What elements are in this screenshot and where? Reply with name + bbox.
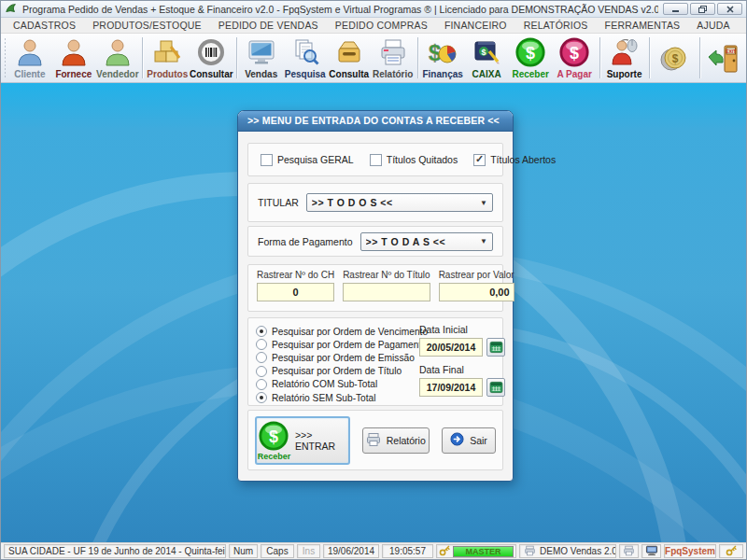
radio-label: Pesquisar por Ordem de Título [272, 366, 402, 376]
toolbar-button-produtos[interactable]: Produtos [146, 35, 190, 81]
radio-label: Pesquisar por Ordem de Pagamento [272, 340, 427, 350]
toolbar-button-fornece[interactable]: Fornece [51, 35, 95, 81]
toolbar-label: A Pagar [557, 69, 591, 79]
entrar-button[interactable]: $ Receber >>> ENTRAR [255, 416, 350, 465]
rastrear-ch-input[interactable] [257, 283, 334, 301]
sair-button[interactable]: Sair [442, 427, 496, 454]
entrar-button-label: >>> ENTRAR [295, 429, 348, 452]
menu-ferramentas[interactable]: FERRAMENTAS [597, 20, 689, 31]
toolbar-label: Pesquisa [285, 69, 326, 79]
titular-dropdown-value: >> T O D O S << [312, 197, 480, 208]
rastrear-titulo-label: Rastrear Nº do Título [343, 270, 430, 280]
titular-dropdown[interactable]: >> T O D O S << ▼ [306, 193, 493, 212]
checkbox-box[interactable] [370, 154, 382, 166]
radio-dot[interactable] [256, 326, 267, 337]
data-inicial-calendar-button[interactable] [486, 338, 505, 357]
data-inicial-input[interactable] [419, 338, 483, 357]
toolbar-label: Consultar [190, 69, 233, 79]
contas-a-receber-dialog: >> MENU DE ENTRADA DO CONTAS A RECEBER <… [237, 110, 514, 482]
radio-dot[interactable] [256, 392, 267, 403]
relatorio-button-label: Relatório [387, 435, 426, 446]
toolbar-grip [5, 38, 6, 77]
data-inicial-label: Data Inicial [419, 324, 505, 335]
menu-ajuda[interactable]: AJUDA [688, 20, 738, 31]
toolbar-label: Receber [512, 69, 548, 79]
toolbar-label: Finanças [422, 69, 462, 79]
checkbox-pesquisa-geral[interactable]: Pesquisa GERAL [261, 154, 354, 166]
status-capslock: Caps [261, 544, 294, 558]
entrar-icon-caption: Receber [258, 452, 291, 461]
radio-label: Relatório SEM Sub-Total [272, 393, 376, 403]
toolbar-button-coin[interactable]: $ [653, 35, 697, 81]
pay-dollar-icon: $ [558, 35, 590, 69]
toolbar-button-receber[interactable]: $ Receber [509, 35, 553, 81]
menu-cadastros[interactable]: CADASTROS [5, 20, 84, 31]
radio-dot[interactable] [256, 379, 267, 390]
menu-financeiro[interactable]: FINANCEIRO [436, 20, 515, 31]
status-printer-button[interactable] [619, 544, 639, 558]
checkbox-box[interactable] [473, 154, 486, 166]
checkbox-box[interactable] [261, 154, 273, 166]
restore-button[interactable] [690, 3, 715, 15]
data-final-label: Data Final [419, 364, 505, 375]
toolbar-button-consulta[interactable]: Consulta [327, 35, 371, 81]
toolbar-label: Consulta [329, 69, 369, 79]
receive-dollar-icon: $ [514, 35, 546, 69]
status-time: 19:05:57 [382, 544, 433, 558]
menu-pedido-de-vendas[interactable]: PEDIDO DE VENDAS [210, 20, 327, 31]
radio-dot[interactable] [256, 352, 267, 363]
checkbox-label: Títulos Quitados [387, 154, 458, 165]
status-user-level: MASTER [436, 544, 516, 558]
seller-person-icon [103, 35, 133, 69]
rastrear-panel: Rastrear Nº do CH Rastrear Nº do Título … [247, 264, 503, 312]
status-brand: FpqSystem [664, 544, 716, 558]
window-titlebar: Programa Pedido de Vendas + Estoque & Fi… [1, 1, 746, 18]
products-boxes-icon [152, 35, 182, 69]
rastrear-titulo-input[interactable] [343, 283, 430, 301]
toolbar-button-financas[interactable]: $ Finanças [421, 35, 465, 81]
toolbar-button-consultar[interactable]: Consultar [190, 35, 233, 81]
toolbar-label: Relatório [373, 69, 413, 79]
toolbar-button-relatorio[interactable]: Relatório [371, 35, 415, 81]
data-final-input[interactable] [419, 378, 483, 397]
forma-pagamento-label: Forma de Pagamento [258, 236, 353, 247]
dialog-title: >> MENU DE ENTRADA DO CONTAS A RECEBER <… [238, 111, 513, 132]
menu-produtos-estoque[interactable]: PRODUTOS/ESTOQUE [84, 20, 210, 31]
toolbar-button-pesquisa[interactable]: Pesquisa [283, 35, 327, 81]
toolbar-button-suporte[interactable]: Suporte [602, 35, 646, 81]
finance-pie-icon: $ [428, 35, 458, 69]
order-and-dates-panel: Pesquisar por Ordem de Vencimento Pesqui… [247, 317, 503, 406]
monitor-icon [247, 35, 276, 69]
checkbox-titulos-abertos[interactable]: Títulos Abertos [473, 154, 556, 166]
toolbar-button-cliente[interactable]: Cliente [7, 35, 51, 81]
rastrear-ch-label: Rastrear Nº do CH [257, 270, 334, 280]
toolbar-label: Vendedor [96, 69, 139, 79]
application-window: Programa Pedido de Vendas + Estoque & Fi… [0, 0, 747, 560]
toolbar: Cliente Fornece Vendedor Produtos Con [1, 34, 746, 83]
toolbar-button-a-pagar[interactable]: $ A Pagar [553, 35, 597, 81]
close-button[interactable] [717, 3, 742, 15]
status-security-button[interactable] [719, 544, 743, 558]
rastrear-valor-input[interactable] [439, 283, 514, 301]
radio-dot[interactable] [256, 339, 267, 350]
toolbar-button-vendedor[interactable]: Vendedor [95, 35, 139, 81]
titular-panel: TITULAR >> T O D O S << ▼ [247, 183, 503, 222]
rastrear-valor-label: Rastrear por Valor [439, 270, 514, 280]
toolbar-button-exit[interactable]: EXIT [702, 35, 746, 81]
status-numlock: Num [229, 544, 258, 558]
dialog-buttons-panel: $ Receber >>> ENTRAR Relatório [247, 410, 503, 470]
chevron-down-icon: ▼ [480, 199, 487, 207]
toolbar-button-vendas[interactable]: Vendas [239, 35, 283, 81]
receive-dollar-icon: $ [258, 420, 289, 454]
supplier-person-icon [59, 35, 89, 69]
data-final-calendar-button[interactable] [486, 378, 505, 397]
toolbar-button-caixa[interactable]: $ CAIXA [465, 35, 509, 81]
status-computer-button[interactable] [641, 544, 661, 558]
checkbox-titulos-quitados[interactable]: Títulos Quitados [370, 154, 458, 166]
relatorio-button[interactable]: Relatório [362, 427, 430, 454]
menu-relatorios[interactable]: RELATÓRIOS [515, 20, 597, 31]
minimize-button[interactable] [663, 3, 688, 15]
forma-pagamento-dropdown[interactable]: >> T O D A S << ▼ [360, 232, 493, 251]
menu-pedido-compras[interactable]: PEDIDO COMPRAS [327, 20, 436, 31]
radio-dot[interactable] [256, 366, 267, 377]
